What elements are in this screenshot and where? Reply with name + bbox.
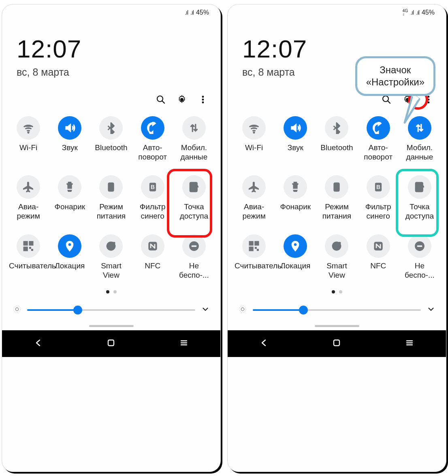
tile-rotate[interactable]: Авто-поворот: [132, 116, 173, 162]
home-button[interactable]: [332, 338, 341, 349]
smartview-icon[interactable]: [99, 234, 123, 258]
svg-rect-15: [30, 247, 31, 249]
tile-sound[interactable]: Звук: [275, 116, 316, 162]
tile-power[interactable]: Режим питания: [90, 175, 132, 221]
tile-data[interactable]: Мобил. данные: [173, 116, 215, 162]
recents-button[interactable]: [405, 338, 414, 349]
tile-bluelight[interactable]: BФильтр синего: [358, 175, 399, 221]
svg-rect-12: [24, 242, 28, 245]
svg-line-33: [388, 101, 390, 103]
dot-2[interactable]: [113, 290, 117, 293]
tile-dnd[interactable]: Не беспо-...: [173, 234, 215, 280]
rotate-icon[interactable]: [141, 116, 164, 140]
bluelight-icon[interactable]: B: [141, 175, 164, 199]
tile-bluetooth[interactable]: Bluetooth: [316, 116, 357, 162]
tile-sound[interactable]: Звук: [49, 116, 90, 162]
tile-label-bluetooth: Bluetooth: [95, 143, 127, 162]
tile-location[interactable]: Локация: [49, 234, 90, 280]
tile-dnd[interactable]: Не беспо-...: [399, 234, 440, 280]
nfc-icon[interactable]: [141, 234, 164, 258]
sound-icon[interactable]: [284, 116, 307, 140]
tile-location[interactable]: Локация: [275, 234, 316, 280]
chevron-down-icon[interactable]: [427, 305, 435, 315]
tile-hotspot[interactable]: Точка доступа: [173, 175, 215, 221]
wifi-icon[interactable]: [242, 116, 266, 140]
tile-wifi[interactable]: Wi-Fi: [8, 116, 49, 162]
svg-rect-16: [32, 249, 33, 251]
tile-nfc[interactable]: NFC: [358, 234, 399, 280]
search-icon[interactable]: [156, 94, 166, 105]
phone-left: .ıl .ıl 45% 12:07 вс, 8 марта Wi-FiЗвукB…: [2, 4, 221, 472]
tile-nfc[interactable]: NFC: [132, 234, 173, 280]
tile-label-data: Мобил. данные: [400, 143, 439, 162]
tile-label-rotate: Авто-поворот: [359, 143, 398, 162]
nfc-icon[interactable]: [367, 234, 390, 258]
tile-label-bluelight: Фильтр синего: [133, 202, 172, 221]
data-icon[interactable]: [182, 116, 206, 140]
qr-icon[interactable]: [17, 234, 40, 258]
location-icon[interactable]: [58, 234, 81, 258]
brightness-slider[interactable]: [253, 309, 421, 311]
flash-icon[interactable]: [284, 175, 307, 199]
svg-point-24: [14, 306, 21, 313]
tile-bluelight[interactable]: BФильтр синего: [132, 175, 173, 221]
tile-flash[interactable]: Фонарик: [49, 175, 90, 221]
chevron-down-icon[interactable]: [201, 305, 210, 315]
hotspot-icon[interactable]: [408, 175, 431, 199]
more-icon[interactable]: [198, 94, 208, 105]
bluetooth-icon[interactable]: [99, 116, 123, 140]
dnd-icon[interactable]: [182, 234, 206, 258]
svg-point-53: [239, 306, 246, 313]
qr-icon[interactable]: [242, 234, 266, 258]
svg-rect-43: [250, 247, 253, 251]
tile-qr[interactable]: Считыватель...: [233, 234, 275, 280]
dot-2[interactable]: [339, 290, 342, 293]
back-button[interactable]: [34, 338, 43, 349]
bluelight-icon[interactable]: B: [367, 175, 390, 199]
wifi-icon[interactable]: [17, 116, 40, 140]
tile-label-power: Режим питания: [92, 202, 130, 221]
tile-smartview[interactable]: Smart View: [316, 234, 357, 280]
tile-airplane[interactable]: Авиа-режим: [233, 175, 275, 221]
svg-point-36: [428, 102, 430, 104]
smartview-icon[interactable]: [325, 234, 348, 258]
tile-label-wifi: Wi-Fi: [19, 143, 37, 162]
page-dots: [2, 285, 220, 305]
tile-wifi[interactable]: Wi-Fi: [233, 116, 275, 162]
tile-rotate[interactable]: Авто-поворот: [358, 116, 399, 162]
airplane-icon[interactable]: [17, 175, 40, 199]
svg-point-34: [428, 96, 430, 98]
svg-point-7: [202, 102, 204, 104]
tile-hotspot[interactable]: Точка доступа: [399, 175, 440, 221]
tile-airplane[interactable]: Авиа-режим: [8, 175, 49, 221]
recents-button[interactable]: [179, 338, 189, 349]
battery-text: 45%: [196, 9, 209, 16]
svg-point-17: [68, 243, 71, 246]
bluetooth-icon[interactable]: [325, 116, 348, 140]
dot-1[interactable]: [332, 290, 335, 293]
gear-icon[interactable]: [177, 94, 187, 105]
airplane-icon[interactable]: [242, 175, 266, 199]
dot-1[interactable]: [106, 290, 109, 293]
sound-icon[interactable]: [58, 116, 81, 140]
rotate-icon[interactable]: [367, 116, 390, 140]
back-button[interactable]: [259, 338, 269, 349]
tile-bluetooth[interactable]: Bluetooth: [90, 116, 132, 162]
home-indicator: [315, 325, 359, 327]
power-icon[interactable]: [325, 175, 348, 199]
tile-qr[interactable]: Считыватель...: [8, 234, 49, 280]
clock-date: вс, 8 марта: [17, 66, 206, 78]
flash-icon[interactable]: [58, 175, 81, 199]
svg-point-48: [339, 242, 341, 244]
power-icon[interactable]: [99, 175, 123, 199]
brightness-slider[interactable]: [27, 309, 195, 311]
tile-smartview[interactable]: Smart View: [90, 234, 132, 280]
dnd-icon[interactable]: [408, 234, 431, 258]
tile-power[interactable]: Режим питания: [316, 175, 357, 221]
home-button[interactable]: [106, 338, 116, 349]
home-indicator: [89, 325, 134, 327]
panel-actions: [2, 94, 220, 114]
location-icon[interactable]: [284, 234, 307, 258]
hotspot-icon[interactable]: [182, 175, 206, 199]
tile-flash[interactable]: Фонарик: [275, 175, 316, 221]
